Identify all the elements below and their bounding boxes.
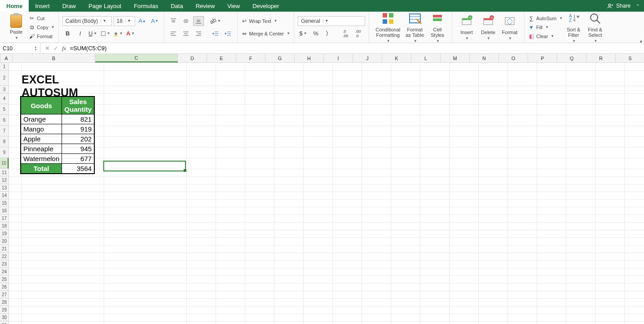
col-header-N[interactable]: N: [470, 54, 499, 62]
goods-cell[interactable]: Orange: [21, 114, 62, 124]
tab-developer[interactable]: Developer: [246, 0, 285, 12]
autosum-button[interactable]: ∑AutoSum▼: [528, 14, 563, 22]
row-header-22[interactable]: 22: [0, 253, 9, 260]
decrease-indent-button[interactable]: [210, 29, 221, 39]
col-header-S[interactable]: S: [616, 54, 644, 62]
align-left-button[interactable]: [168, 29, 179, 39]
goods-cell[interactable]: Apple: [21, 134, 62, 144]
paste-button[interactable]: Paste ▼: [5, 13, 27, 41]
cancel-formula-button[interactable]: ✕: [45, 45, 50, 52]
row-header-16[interactable]: 16: [0, 207, 9, 215]
tab-review[interactable]: Review: [190, 0, 221, 12]
col-header-C[interactable]: C: [95, 54, 178, 62]
borders-button[interactable]: ▼: [100, 29, 111, 39]
col-header-D[interactable]: D: [178, 54, 207, 62]
find-select-button[interactable]: Find & Select▼: [584, 10, 606, 44]
currency-button[interactable]: $▼: [298, 29, 309, 39]
decrease-font-button[interactable]: A▼: [150, 16, 160, 26]
col-header-I[interactable]: I: [324, 54, 353, 62]
clear-button[interactable]: ◧Clear▼: [528, 32, 563, 40]
format-cells-button[interactable]: Format▼: [499, 13, 520, 41]
formula-input[interactable]: =SUM(C5:C9): [70, 45, 106, 52]
row-header-13[interactable]: 13: [0, 184, 9, 192]
col-header-H[interactable]: H: [295, 54, 324, 62]
format-painter-button[interactable]: 🖌Format: [29, 32, 55, 40]
increase-indent-button[interactable]: [223, 29, 234, 39]
row-header-5[interactable]: 5: [0, 104, 9, 115]
col-header-L[interactable]: L: [411, 54, 441, 62]
fill-color-button[interactable]: ▼: [113, 29, 124, 39]
align-center-button[interactable]: [181, 29, 191, 39]
conditional-formatting-button[interactable]: Conditional Formatting▼: [373, 10, 403, 44]
row-header-8[interactable]: 8: [0, 136, 9, 147]
tab-view[interactable]: View: [221, 0, 246, 12]
align-middle-button[interactable]: [181, 16, 191, 26]
copy-button[interactable]: ⧉Copy▼: [29, 23, 55, 31]
goods-cell[interactable]: Watermelon: [21, 154, 62, 164]
row-header-21[interactable]: 21: [0, 245, 9, 253]
row-header-7[interactable]: 7: [0, 126, 9, 136]
row-header-6[interactable]: 6: [0, 115, 9, 126]
row-header-27[interactable]: 27: [0, 291, 9, 298]
comma-button[interactable]: 〉: [323, 29, 334, 39]
tab-data[interactable]: Data: [164, 0, 189, 12]
col-header-R[interactable]: R: [587, 54, 616, 62]
align-bottom-button[interactable]: [193, 16, 204, 26]
row-header-17[interactable]: 17: [0, 215, 9, 222]
row-header-29[interactable]: 29: [0, 306, 9, 314]
increase-font-button[interactable]: A▲: [137, 16, 148, 26]
row-header-20[interactable]: 20: [0, 237, 9, 245]
format-as-table-button[interactable]: Format as Table▼: [403, 10, 427, 44]
row-header-9[interactable]: 9: [0, 147, 9, 158]
row-header-30[interactable]: 30: [0, 314, 9, 321]
underline-button[interactable]: U▼: [88, 29, 98, 39]
row-header-24[interactable]: 24: [0, 268, 9, 276]
font-size-combo[interactable]: 18▼: [114, 16, 135, 26]
tab-formulas[interactable]: Formulas: [128, 0, 164, 12]
bold-button[interactable]: B: [62, 29, 73, 39]
col-header-Q[interactable]: Q: [557, 54, 587, 62]
name-box-stepper[interactable]: ▲▼: [34, 46, 37, 51]
row-header-23[interactable]: 23: [0, 260, 9, 268]
name-box[interactable]: C10 ▲▼: [0, 43, 40, 53]
col-header-O[interactable]: O: [499, 54, 528, 62]
col-header-P[interactable]: P: [528, 54, 557, 62]
percent-button[interactable]: %: [310, 29, 321, 39]
insert-button[interactable]: + Insert▼: [456, 13, 477, 41]
sort-filter-button[interactable]: AZ Sort & Filter▼: [563, 10, 584, 44]
delete-button[interactable]: × Delete▼: [477, 13, 499, 41]
qty-cell[interactable]: 821: [62, 114, 94, 124]
cells-area[interactable]: EXCEL AUTOSUM Goods Sales Quantity Orang…: [9, 63, 644, 324]
goods-cell[interactable]: Pinneaple: [21, 144, 62, 154]
number-format-combo[interactable]: General▼: [298, 16, 365, 26]
row-header-28[interactable]: 28: [0, 298, 9, 306]
align-right-button[interactable]: [193, 29, 204, 39]
row-header-15[interactable]: 15: [0, 199, 9, 207]
tab-home[interactable]: Home: [0, 0, 29, 12]
font-name-combo[interactable]: Calibri (Body)▼: [62, 16, 112, 26]
row-header-11[interactable]: 11: [0, 169, 9, 176]
tab-page-layout[interactable]: Page Layout: [82, 0, 128, 12]
italic-button[interactable]: I: [75, 29, 86, 39]
row-header-19[interactable]: 19: [0, 230, 9, 237]
cell-styles-button[interactable]: Cell Styles▼: [427, 10, 448, 44]
col-header-J[interactable]: J: [353, 54, 382, 62]
goods-cell[interactable]: Mango: [21, 124, 62, 134]
increase-decimal-button[interactable]: .0.00: [340, 29, 351, 39]
row-header-14[interactable]: 14: [0, 192, 9, 199]
col-header-F[interactable]: F: [236, 54, 265, 62]
share-button[interactable]: Share ⌃: [607, 0, 640, 12]
col-header-G[interactable]: G: [265, 54, 295, 62]
cut-button[interactable]: ✂Cut: [29, 14, 55, 22]
orientation-button[interactable]: ab▼: [210, 16, 221, 26]
wrap-text-button[interactable]: ↩Wrap Text▼: [241, 17, 291, 25]
col-header-B[interactable]: B: [13, 54, 95, 62]
row-header-2[interactable]: 2: [0, 70, 9, 86]
qty-cell[interactable]: 202: [62, 134, 94, 144]
collapse-ribbon-icon[interactable]: ⌃: [636, 4, 640, 9]
merge-center-button[interactable]: ⇔Merge & Center▼: [241, 30, 291, 38]
col-header-M[interactable]: M: [441, 54, 470, 62]
ribbon-collapse-icon[interactable]: ▼: [639, 39, 643, 44]
row-header-12[interactable]: 12: [0, 176, 9, 184]
fx-button[interactable]: fx: [62, 45, 66, 52]
